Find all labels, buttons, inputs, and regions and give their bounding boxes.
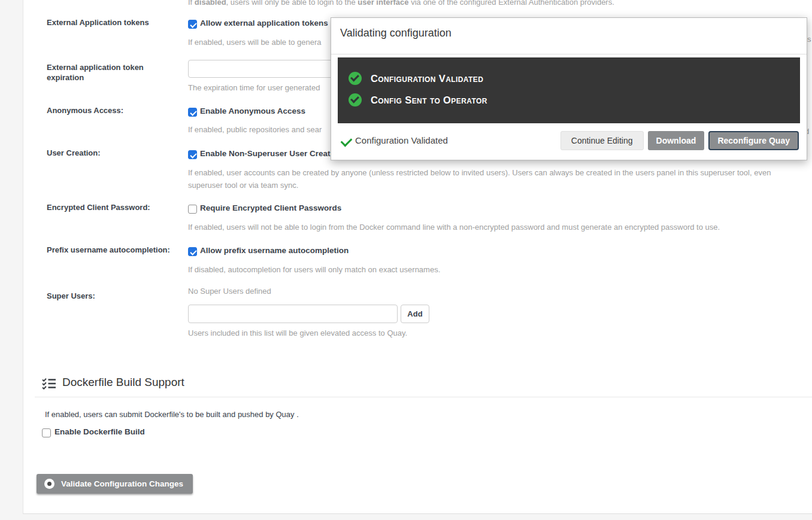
label-prefix-username-autocompletion: Prefix username autocompletion:	[47, 245, 170, 255]
status-label: Config Sent to Operator	[371, 95, 487, 106]
dot-circle-icon	[44, 479, 54, 489]
list-check-icon	[42, 378, 56, 392]
quay-config-page: If disabled, users will only be able to …	[0, 0, 812, 520]
label-super-users: Super Users:	[47, 291, 95, 301]
green-check-circle-icon	[349, 72, 362, 85]
validation-status-panel: Configuration Validated Config Sent to O…	[338, 57, 800, 123]
checkbox-label-allow-external-application-tokens: Allow external application tokens	[200, 19, 328, 28]
super-users-empty-note: No Super Users defined	[188, 287, 271, 296]
clipped-text-fragment-top: s	[807, 35, 811, 44]
checkbox-require-encrypted-client-passwords[interactable]	[188, 205, 197, 214]
modal-button-group: Continue Editing Download Reconfigure Qu…	[560, 131, 799, 150]
checkbox-enable-nonsuperuser-user-creation[interactable]	[188, 150, 197, 159]
label-user-creation: User Creation:	[47, 148, 101, 158]
validate-configuration-changes-button[interactable]: Validate Configuration Changes	[37, 474, 193, 494]
label-anonymous-access: Anonymous Access:	[47, 105, 123, 115]
add-super-user-button[interactable]: Add	[401, 305, 429, 323]
section-title-dockerfile-build-support: Dockerfile Build Support	[62, 376, 184, 389]
help-prefix-username-autocompletion: If disabled, autocompletion for users wi…	[188, 265, 440, 274]
checkbox-label-require-encrypted-client-passwords: Require Encrypted Client Passwords	[200, 203, 341, 212]
reconfigure-quay-button[interactable]: Reconfigure Quay	[708, 131, 799, 150]
green-check-circle-icon	[349, 93, 362, 107]
help-encrypted-client-password: If enabled, users will not be able to lo…	[188, 223, 720, 232]
modal-title-divider	[331, 54, 807, 54]
checkbox-allow-external-application-tokens[interactable]	[188, 20, 197, 29]
checkbox-enable-anonymous-access[interactable]	[188, 108, 197, 117]
continue-editing-button[interactable]: Continue Editing	[560, 131, 644, 150]
status-label: Configuration Validated	[371, 73, 483, 84]
checkbox-enable-dockerfile-build[interactable]	[42, 428, 51, 437]
modal-footer-status: Configuration Validated	[355, 135, 448, 145]
validating-configuration-modal: Validating configuration Configuration V…	[331, 17, 807, 160]
validate-button-label: Validate Configuration Changes	[61, 479, 183, 488]
checkbox-label-enable-dockerfile-build: Enable Dockerfile Build	[54, 427, 145, 436]
label-external-application-tokens: External Application tokens	[47, 17, 149, 28]
label-encrypted-client-password: Encrypted Client Password:	[47, 202, 150, 212]
help-anonymous-access: If enabled, public repositories and sear	[188, 125, 322, 134]
dockerfile-build-note: If enabled, users can submit Dockerfile'…	[45, 410, 299, 419]
checkbox-label-enable-nonsuperuser-user-creation: Enable Non-Superuser User Creati	[200, 149, 332, 158]
checkbox-label-allow-prefix-username-autocompletion: Allow prefix username autocompletion	[200, 246, 349, 255]
help-super-users: Users included in this list will be give…	[188, 329, 407, 337]
checkbox-allow-prefix-username-autocompletion[interactable]	[188, 247, 197, 256]
help-user-creation-line1: If enabled, user accounts can be created…	[188, 168, 771, 177]
status-row-configuration-validated: Configuration Validated	[349, 72, 483, 85]
external-auth-note: If disabled, users will only be able to …	[188, 0, 614, 7]
label-token-expiration: External application token expiration	[47, 62, 163, 83]
status-row-config-sent-to-operator: Config Sent to Operator	[349, 93, 487, 107]
help-token-expiration: The expiration time for user generated	[188, 83, 320, 92]
download-button[interactable]: Download	[648, 131, 705, 150]
checkbox-label-enable-anonymous-access: Enable Anonymous Access	[200, 107, 305, 115]
super-users-input[interactable]	[188, 305, 398, 323]
help-external-application-tokens: If enabled, users will be able to genera	[188, 38, 322, 47]
help-user-creation-line2: superuser tool or via team sync.	[188, 181, 298, 190]
section-divider	[35, 397, 812, 397]
modal-title: Validating configuration	[340, 27, 452, 39]
green-check-icon	[341, 135, 353, 147]
